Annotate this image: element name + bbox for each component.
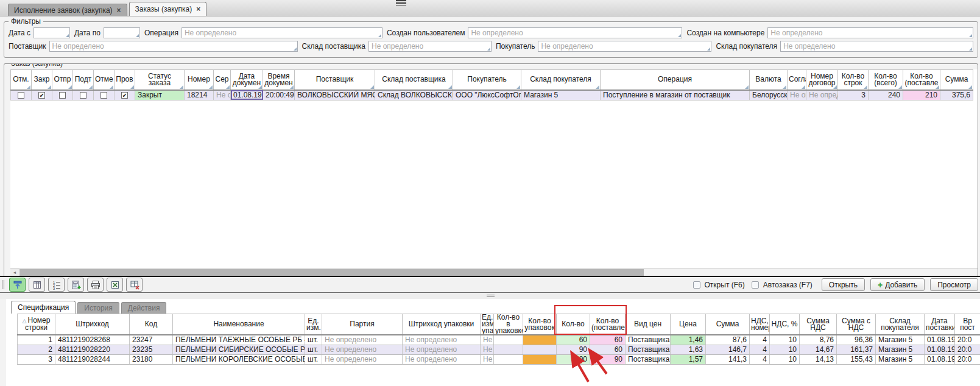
filter-input[interactable] — [33, 27, 70, 38]
checkbox-unchecked[interactable] — [80, 92, 86, 99]
column-header[interactable]: Склад покупателя — [521, 70, 601, 90]
filter-input[interactable]: Не определено — [780, 41, 973, 52]
grid-cell[interactable]: 4 — [750, 355, 770, 365]
grid-cell[interactable]: Не о — [481, 355, 494, 365]
grid-cell[interactable]: 96,36 — [837, 335, 876, 345]
column-header[interactable]: Номер договор — [806, 70, 838, 90]
checkbox-unchecked[interactable] — [59, 92, 66, 99]
spec-tab[interactable]: Действия — [121, 302, 167, 314]
grid-cell[interactable]: 4 — [750, 345, 770, 355]
grid-cell[interactable] — [494, 355, 523, 365]
grid-cell[interactable]: ✔ — [115, 90, 135, 100]
grid-cell[interactable]: Не определено — [403, 355, 481, 365]
grid-cell[interactable]: шт. — [305, 335, 322, 345]
grid-cell[interactable]: 1,63 — [671, 345, 706, 355]
grid-cell[interactable]: 01.08.19 — [925, 355, 955, 365]
grid-cell[interactable]: Магазин 5 — [876, 355, 925, 365]
scroll-left-arrow-icon[interactable]: ◄ — [10, 268, 19, 276]
column-header[interactable]: Ед. изм. упак — [481, 314, 494, 335]
column-header[interactable]: Кол-во — [557, 314, 590, 335]
grid-cell[interactable]: 375,6 — [940, 90, 973, 100]
column-header[interactable]: Отм. — [11, 70, 32, 90]
grid-cell[interactable]: ПЕЛЬМЕНИ СИБИРСКИЕ ОСОБЫЕ РБ 45 — [173, 345, 305, 355]
column-header[interactable]: Код — [130, 314, 173, 335]
grid-cell[interactable]: 87,6 — [706, 335, 750, 345]
open-button[interactable]: Открыть — [822, 278, 865, 291]
autoorder-checkbox[interactable] — [752, 281, 759, 289]
grid-cell[interactable]: 01.08.19 — [925, 345, 955, 355]
column-header[interactable]: Отпр — [52, 70, 73, 90]
grid-cell[interactable]: 155,43 — [837, 355, 876, 365]
column-header[interactable]: Цена — [671, 314, 706, 335]
column-header[interactable]: Вид цен — [626, 314, 671, 335]
column-header[interactable]: Пров — [115, 70, 135, 90]
grid-cell[interactable]: 14,67 — [800, 345, 837, 355]
autoorder-checkbox-label[interactable]: Автозаказ (F7) — [763, 281, 813, 289]
grid-cell[interactable]: 23180 — [130, 355, 173, 365]
grid-cell[interactable] — [523, 355, 557, 365]
document-tab[interactable]: Исполнение заявок (закупка) × — [8, 4, 127, 16]
grid-cell[interactable]: 90 — [557, 355, 590, 365]
grid-cell[interactable]: Не о — [481, 345, 494, 355]
column-header[interactable]: Покупатель — [453, 70, 521, 90]
column-header[interactable]: Время докумен — [263, 70, 295, 90]
filter-input[interactable]: Не определено — [468, 27, 682, 38]
open-checkbox[interactable] — [693, 281, 700, 289]
column-header[interactable]: Кол-во (поставле — [903, 70, 940, 90]
grid-cell[interactable]: 1,57 — [671, 355, 706, 365]
columns-button[interactable] — [29, 278, 45, 292]
grid-cell[interactable]: 3 — [838, 90, 869, 100]
splitter-grip-top-icon[interactable] — [396, 0, 406, 5]
column-header[interactable]: Кол-во упаковок — [523, 314, 557, 335]
column-header[interactable]: Вр пост — [955, 314, 980, 335]
grid-cell[interactable]: 20:00:49 — [263, 90, 295, 100]
grid-cell[interactable]: 1 — [18, 335, 55, 345]
column-header[interactable]: Закр — [32, 70, 52, 90]
column-header[interactable]: НДС, % — [770, 314, 800, 335]
grid-cell[interactable]: 4811219028244 — [55, 355, 130, 365]
numbering-button[interactable]: 123 — [48, 278, 65, 292]
column-header[interactable]: Штрихкод — [55, 314, 130, 335]
column-header[interactable]: НДС, номер — [750, 314, 770, 335]
checkbox-checked[interactable]: ✔ — [121, 92, 128, 99]
column-header[interactable]: Кол-во строк — [838, 70, 869, 90]
print-button[interactable] — [87, 278, 104, 292]
column-header[interactable]: Отме — [94, 70, 115, 90]
column-header[interactable]: Дата докумен — [231, 70, 263, 90]
grid-cell[interactable]: 90 — [557, 345, 590, 355]
grid-cell[interactable] — [523, 345, 557, 355]
column-header[interactable]: Сумма НДС — [800, 314, 837, 335]
spec-tab[interactable]: История — [77, 302, 119, 314]
column-header[interactable]: Склад поставщика — [375, 70, 453, 90]
column-header[interactable]: Дата поставки — [925, 314, 955, 335]
filter-input[interactable]: Не определено — [538, 41, 711, 52]
grid-cell[interactable]: 141,3 — [706, 355, 750, 365]
grid-cell[interactable]: 10 — [770, 335, 800, 345]
calculator-add-button[interactable] — [68, 278, 84, 292]
grid-cell[interactable]: Не опр — [788, 90, 806, 100]
grid-cell[interactable]: 90 — [590, 355, 626, 365]
clear-table-button[interactable] — [126, 278, 143, 292]
horizontal-splitter[interactable] — [0, 293, 980, 299]
column-header[interactable]: Статус заказа — [135, 70, 185, 90]
tab-close-icon[interactable]: × — [196, 5, 200, 13]
filter-input[interactable]: Не определено — [182, 27, 382, 38]
grid-cell[interactable]: Не определено — [322, 355, 403, 365]
grid-cell[interactable]: ПЕЛЬМЕНИ ТАЕЖНЫЕ ОСОБЫЕ РБ 450Г — [173, 335, 305, 345]
column-header[interactable]: Сумма с НДС — [837, 314, 876, 335]
grid-cell[interactable]: Магазин 5 — [521, 90, 601, 100]
filter-input[interactable] — [104, 27, 140, 38]
toolbar-grip-icon[interactable] — [2, 280, 4, 289]
column-header[interactable]: Операция — [601, 70, 750, 90]
grid-cell[interactable] — [73, 90, 94, 100]
add-button[interactable]: +Добавить — [870, 278, 925, 291]
scrollbar-thumb[interactable] — [19, 269, 644, 276]
grid-cell[interactable]: 161,37 — [837, 345, 876, 355]
expand-button[interactable] — [9, 278, 26, 292]
grid-cell[interactable] — [11, 90, 32, 100]
splitter-grip-icon[interactable] — [487, 295, 495, 297]
grid-cell[interactable]: 4 — [750, 335, 770, 345]
column-header[interactable]: Валюта — [750, 70, 788, 90]
column-header[interactable]: Кол-во (всего) — [869, 70, 903, 90]
grid-cell[interactable]: ✔ — [32, 90, 52, 100]
